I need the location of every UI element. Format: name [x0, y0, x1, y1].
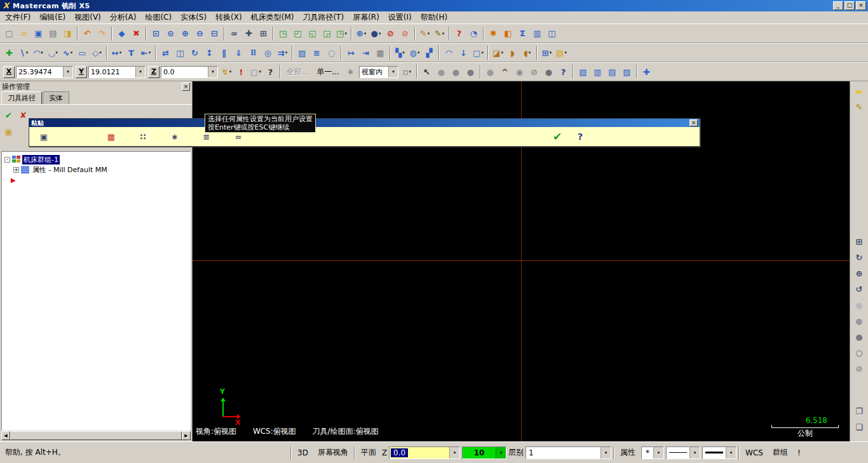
paste-attribute[interactable]: ▣ — [33, 129, 55, 144]
right-fit-screen[interactable]: ⊞ — [852, 234, 867, 249]
selection-window-value[interactable]: 视窗内 — [360, 67, 388, 77]
prompt-exclaim-button[interactable]: ! — [794, 447, 804, 459]
select-all-button[interactable]: 全部... — [283, 65, 313, 79]
attribute-line-style[interactable]: ∗ — [164, 129, 186, 144]
machine-lathe[interactable]: ◍▾ — [407, 46, 422, 60]
xform-translate[interactable]: ⇄ — [158, 46, 173, 60]
expand-box[interactable]: + — [13, 167, 19, 173]
color-combo[interactable]: 10 ▾ — [462, 446, 506, 459]
code-expert[interactable]: ▥ — [530, 26, 545, 41]
shade-sphere-light[interactable]: ● — [852, 298, 867, 312]
create-spline-dropdown[interactable]: ▾ — [71, 50, 73, 55]
menu-file[interactable]: 文件(F) — [1, 11, 35, 24]
autocursor-help[interactable]: ? — [263, 65, 278, 79]
machine-mill-dropdown[interactable]: ▾ — [402, 50, 405, 55]
create-polygon-dropdown[interactable]: ▾ — [99, 50, 102, 55]
lock[interactable]: ▣ — [1, 124, 16, 139]
construction-planes-dropdown[interactable]: ▾ — [379, 31, 381, 36]
fit-screen[interactable]: ⊞ — [256, 26, 271, 41]
machine-control-def[interactable]: ▞ — [422, 46, 437, 60]
selection-box-mode-dropdown[interactable]: ▾ — [409, 69, 412, 74]
create-point[interactable]: ✚ — [2, 46, 17, 60]
paste-dialog-close-button[interactable]: × — [689, 119, 698, 126]
tolerance-sigma[interactable]: Σ — [515, 26, 530, 41]
select-arrow[interactable]: ↖ — [419, 65, 434, 79]
dynamic-rotate[interactable]: ∞ — [227, 26, 241, 41]
line-width-combo[interactable]: ▾ — [702, 446, 736, 459]
right-blank[interactable]: ⊘ — [852, 361, 867, 376]
pan[interactable]: ✚ — [241, 26, 256, 41]
attribute-point-style[interactable]: ∷ — [132, 129, 154, 144]
menu-edit[interactable]: 编辑(E) — [35, 11, 70, 24]
y-coordinate-combo[interactable]: 19.0121 ▾ — [88, 66, 146, 78]
xform-project[interactable]: ⇓ — [231, 46, 246, 60]
set-attributes-pencil[interactable]: ✎▾ — [432, 26, 447, 41]
menu-analyze[interactable]: 分析(A) — [105, 11, 141, 24]
scroll-left-button[interactable]: ◀ — [1, 431, 10, 440]
shade-sphere-dark[interactable]: ● — [852, 330, 867, 344]
operations-manager-header[interactable]: 操作管理 × — [0, 81, 192, 91]
create-spline[interactable]: ∿▾ — [60, 46, 75, 60]
xform-stretch[interactable]: ⇉▾ — [275, 46, 290, 60]
repaint[interactable]: ◆ — [114, 26, 129, 41]
menu-solids[interactable]: 实体(S) — [176, 11, 211, 24]
menu-create[interactable]: 绘图(C) — [140, 11, 176, 24]
shade-sphere-mid[interactable]: ● — [852, 314, 867, 328]
xform-scale[interactable]: ↕ — [202, 46, 217, 60]
panel-close-button[interactable]: × — [182, 83, 190, 91]
insertion-arrow-row[interactable]: ▶ — [2, 175, 190, 185]
scroll-thumb[interactable] — [10, 431, 182, 440]
quick-mask-group[interactable]: ● — [449, 65, 463, 79]
panel-horizontal-scrollbar[interactable]: ◀ ▶ — [1, 431, 191, 440]
menu-screen[interactable]: 屏幕(R) — [348, 11, 384, 24]
z-coordinate-value[interactable]: 0.0 — [161, 68, 208, 76]
view-top[interactable]: ◰ — [290, 26, 305, 41]
paste-help-button[interactable]: ? — [572, 131, 588, 142]
paste-ribbon-dialog[interactable]: 粘贴 × ▣▦∷∗≡= ✔ ? — [29, 118, 700, 147]
mode-3d-button[interactable]: 3D — [294, 447, 312, 459]
quick-mask-invert[interactable]: ^ — [498, 65, 512, 79]
screen-view-button[interactable]: 屏幕视角 — [314, 446, 352, 459]
recent-functions[interactable]: ▤▾ — [554, 46, 569, 60]
wcs-planes-dropdown[interactable]: ▾ — [364, 31, 367, 36]
set-attributes-pencil-dropdown[interactable]: ▾ — [442, 31, 445, 36]
entity-attributes-pencil[interactable]: ✎▾ — [417, 26, 432, 41]
xform-rectangular-array[interactable]: ⠿ — [246, 46, 261, 60]
xform-mirror[interactable]: ◫ — [173, 46, 187, 60]
z-depth-combo[interactable]: 0.0 ▾ — [389, 446, 460, 459]
selection-settings-button[interactable]: ✳ — [343, 65, 358, 79]
plane-button[interactable]: 平面 — [357, 446, 380, 459]
attribute-color[interactable]: ▦ — [100, 129, 122, 144]
help[interactable]: ? — [452, 26, 466, 41]
toolpath-pocket[interactable]: ▢▾ — [471, 46, 485, 60]
line-style-combo[interactable]: ▾ — [666, 446, 700, 459]
machine-lathe-dropdown[interactable]: ▾ — [417, 50, 420, 55]
dimension-smart-dropdown[interactable]: ▾ — [119, 50, 122, 55]
select-all-operations[interactable]: ✔ — [1, 108, 16, 123]
z-depth-value[interactable]: 0.0 — [391, 448, 408, 457]
attributes-button[interactable]: 属性 — [616, 446, 639, 459]
point-style-combo[interactable]: * ▾ — [641, 446, 664, 459]
zoom-out[interactable]: ⊖ — [193, 26, 207, 41]
quick-mask-clear[interactable]: ⊘ — [527, 65, 541, 79]
collapse-box[interactable]: - — [4, 157, 10, 163]
quick-mask-result[interactable]: ● — [434, 65, 449, 79]
zoom-window[interactable]: ⊡ — [149, 26, 163, 41]
view-front[interactable]: ◱ — [305, 26, 320, 41]
level-combo[interactable]: 1 ▾ — [526, 446, 611, 459]
level-value[interactable]: 1 — [526, 448, 600, 457]
create-fillet[interactable]: ◡▾ — [46, 46, 60, 60]
point-style[interactable]: ▢▾ — [248, 65, 263, 79]
solid-extrude-dropdown[interactable]: ▾ — [501, 50, 503, 55]
title-bar[interactable]: X Mastercam 铣削 X5 _ □ × — [0, 0, 868, 11]
toolpath-drill[interactable]: ↓ — [456, 46, 471, 60]
undo[interactable]: ↶ — [80, 26, 95, 41]
dimension-smart[interactable]: ↔▾ — [109, 46, 124, 60]
wcs-button[interactable]: WCS — [742, 447, 767, 459]
unblank-entity[interactable]: ⊘ — [398, 26, 412, 41]
grid-settings-dropdown[interactable]: ▾ — [550, 50, 552, 55]
x-coordinate-combo[interactable]: 25.39474 ▾ — [16, 66, 73, 78]
create-polygon[interactable]: ◇▾ — [90, 46, 104, 60]
color-value[interactable]: 10 — [463, 448, 496, 457]
select-single-button[interactable]: 单一... — [313, 65, 342, 79]
